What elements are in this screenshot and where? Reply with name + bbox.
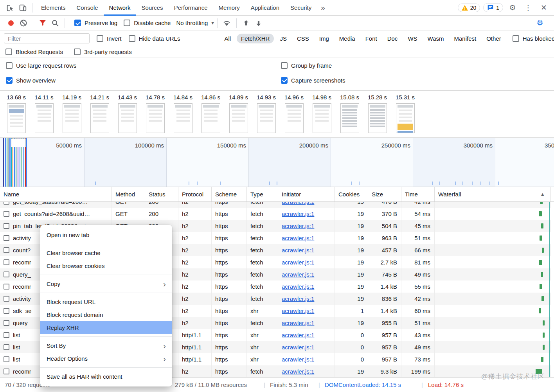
column-header-time[interactable]: Time: [401, 187, 435, 201]
third-party-requests-checkbox[interactable]: 3rd-party requests: [74, 49, 132, 55]
menu-item-copy[interactable]: Copy›: [40, 277, 172, 290]
row-checkbox[interactable]: [4, 235, 9, 241]
scrollbar-gutter[interactable]: [551, 187, 554, 377]
filmstrip-thumbnail[interactable]: [396, 103, 415, 133]
type-filter-font[interactable]: Font: [361, 34, 381, 43]
more-tabs-button[interactable]: »: [317, 4, 329, 12]
capture-screenshots-checkbox[interactable]: Capture screenshots: [281, 77, 345, 84]
checkbox-box[interactable]: [124, 20, 130, 26]
overview-timeline[interactable]: 50000 ms100000 ms150000 ms200000 ms25000…: [0, 138, 554, 187]
type-filter-css[interactable]: CSS: [293, 34, 313, 43]
request-initiator-link[interactable]: acrawler.js:1: [282, 295, 314, 302]
checkbox-box[interactable]: [281, 77, 288, 84]
warnings-badge[interactable]: 20: [458, 4, 480, 12]
menu-item-clear-browser-cookies[interactable]: Clear browser cookies: [40, 259, 172, 272]
filter-input[interactable]: [4, 33, 90, 43]
filmstrip-thumbnail[interactable]: [285, 103, 304, 133]
column-header-protocol[interactable]: Protocol: [178, 187, 212, 201]
table-row[interactable]: get_counts?aid=2608&uuid…GET200h2httpsfe…: [0, 208, 551, 220]
filmstrip-thumbnail[interactable]: [63, 103, 81, 133]
filmstrip-thumbnail[interactable]: [174, 103, 192, 133]
type-filter-media[interactable]: Media: [335, 34, 360, 43]
menu-item-header-options[interactable]: Header Options›: [40, 352, 172, 365]
checkbox-box[interactable]: [281, 62, 288, 69]
invert-checkbox[interactable]: Invert: [97, 35, 122, 42]
row-checkbox[interactable]: [4, 369, 9, 374]
blocked-requests-checkbox[interactable]: Blocked Requests: [5, 49, 63, 55]
row-checkbox[interactable]: [4, 211, 9, 217]
request-initiator-link[interactable]: acrawler.js:1: [282, 368, 314, 375]
column-header-method[interactable]: Method: [112, 187, 145, 201]
request-initiator-link[interactable]: acrawler.js:1: [282, 247, 314, 254]
messages-badge[interactable]: 1: [483, 3, 503, 12]
row-checkbox[interactable]: [4, 272, 9, 277]
checkbox-box[interactable]: [97, 35, 103, 42]
checkbox-box[interactable]: [5, 49, 12, 55]
filmstrip-thumbnail[interactable]: [368, 103, 387, 133]
row-checkbox[interactable]: [4, 259, 9, 265]
clear-network-log-icon[interactable]: [17, 17, 30, 29]
request-initiator-link[interactable]: acrawler.js:1: [282, 210, 314, 217]
inspect-element-icon[interactable]: [4, 2, 16, 14]
close-devtools-icon[interactable]: ✕: [538, 2, 550, 14]
request-initiator-link[interactable]: acrawler.js:1: [282, 332, 314, 338]
row-checkbox[interactable]: [4, 223, 9, 229]
type-filter-doc[interactable]: Doc: [383, 34, 402, 43]
menu-item-replay-xhr[interactable]: Replay XHR: [40, 321, 172, 334]
checkbox-box[interactable]: [74, 20, 81, 26]
tab-console[interactable]: Console: [71, 0, 104, 16]
row-checkbox[interactable]: [4, 284, 9, 290]
type-filter-js[interactable]: JS: [275, 34, 291, 43]
request-initiator-link[interactable]: acrawler.js:1: [282, 320, 314, 326]
row-checkbox[interactable]: [4, 320, 9, 326]
column-header-cookies[interactable]: Cookies: [335, 187, 368, 201]
hide-data-urls-checkbox[interactable]: Hide data URLs: [129, 35, 180, 42]
tab-sources[interactable]: Sources: [136, 0, 169, 16]
type-filter-img[interactable]: Img: [315, 34, 333, 43]
import-har-icon[interactable]: [240, 17, 252, 29]
filmstrip-thumbnail[interactable]: [7, 103, 26, 133]
tab-memory[interactable]: Memory: [213, 0, 245, 16]
row-checkbox[interactable]: [4, 344, 9, 350]
request-initiator-link[interactable]: acrawler.js:1: [282, 307, 314, 314]
tab-application[interactable]: Application: [245, 0, 285, 16]
request-initiator-link[interactable]: acrawler.js:1: [282, 223, 314, 229]
filter-icon[interactable]: [36, 17, 49, 29]
tab-performance[interactable]: Performance: [169, 0, 213, 16]
filmstrip-thumbnail[interactable]: [229, 103, 248, 133]
type-filter-fetch-xhr[interactable]: Fetch/XHR: [237, 34, 274, 43]
filmstrip-thumbnail[interactable]: [90, 103, 109, 133]
filmstrip-thumbnail[interactable]: [35, 103, 54, 133]
filmstrip-thumbnail[interactable]: [257, 103, 276, 133]
filmstrip-thumbnail[interactable]: [118, 103, 137, 133]
column-header-initiator[interactable]: Initiator: [278, 187, 335, 201]
row-checkbox[interactable]: [4, 308, 9, 314]
menu-item-save-all-as-har-with-content[interactable]: Save all as HAR with content: [40, 370, 172, 383]
request-initiator-link[interactable]: acrawler.js:1: [282, 344, 314, 351]
tab-elements[interactable]: Elements: [36, 0, 71, 16]
row-checkbox[interactable]: [4, 332, 9, 338]
column-header-name[interactable]: Name: [0, 187, 112, 201]
column-header-status[interactable]: Status: [145, 187, 178, 201]
device-toolbar-icon[interactable]: [16, 2, 29, 14]
checkbox-box[interactable]: [74, 49, 81, 55]
menu-item-block-request-url[interactable]: Block request URL: [40, 295, 172, 308]
network-settings-gear-icon[interactable]: ⚙: [534, 17, 546, 29]
throttling-select[interactable]: No throttling ▾: [176, 20, 214, 26]
request-initiator-link[interactable]: acrawler.js:1: [282, 202, 314, 205]
checkbox-box[interactable]: [6, 77, 13, 84]
request-initiator-link[interactable]: acrawler.js:1: [282, 356, 314, 363]
group-by-frame-checkbox[interactable]: Group by frame: [281, 62, 332, 69]
kebab-menu-icon[interactable]: ⋮: [522, 2, 534, 14]
checkbox-box[interactable]: [129, 35, 135, 42]
row-checkbox[interactable]: [4, 356, 9, 362]
column-header-type[interactable]: Type: [247, 187, 278, 201]
menu-item-block-request-domain[interactable]: Block request domain: [40, 308, 172, 321]
row-checkbox[interactable]: [4, 247, 9, 253]
tab-network[interactable]: Network: [104, 0, 136, 16]
disable-cache-checkbox[interactable]: Disable cache: [124, 20, 171, 26]
menu-item-sort-by[interactable]: Sort By›: [40, 339, 172, 352]
network-conditions-icon[interactable]: [221, 17, 233, 29]
type-filter-all[interactable]: All: [220, 34, 235, 43]
column-header-size[interactable]: Size: [368, 187, 401, 201]
